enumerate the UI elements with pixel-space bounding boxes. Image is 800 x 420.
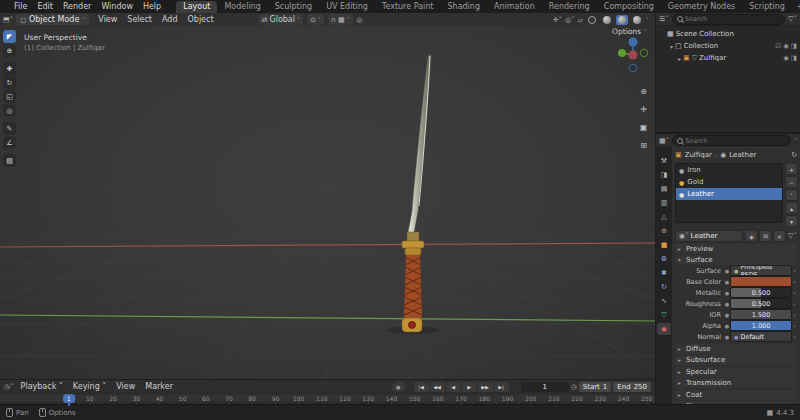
outliner-row[interactable]: ▾▢Collection☑◉◨ [656,40,800,52]
tab-animation[interactable]: Animation [487,1,542,13]
properties-tab-view-layer[interactable]: ▥ [657,197,671,209]
timeline-editor-icon[interactable]: ◷˅ [4,383,14,391]
tool-add-cube[interactable]: ▧ [3,154,16,167]
menu-file[interactable]: File [9,2,32,11]
gizmo-y-neg-axis[interactable] [640,49,647,56]
orientation-dropdown[interactable]: ⇄ Global ˅ [259,14,303,25]
tab-shading[interactable]: Shading [440,1,487,13]
section-preview[interactable]: ▸Preview [675,244,797,254]
navigation-gizmo[interactable] [615,34,651,78]
timeline-menu-marker[interactable]: Marker [140,382,178,391]
shading-wireframe-button[interactable] [586,15,598,25]
properties-tab-render[interactable]: ◨ [657,169,671,181]
section-transmission[interactable]: ▸Transmission [675,378,797,388]
properties-tab-scene[interactable]: △ [657,211,671,223]
properties-tab-physics[interactable]: ↻ [657,281,671,293]
tab-uv-editing[interactable]: UV Editing [319,1,375,13]
zoom-icon[interactable]: ⊕ [638,86,649,97]
outliner-search[interactable] [672,14,785,25]
frame-end-field[interactable]: End 250 [613,382,651,392]
select-normal[interactable]: ●Default [730,331,792,342]
remove-slot-button[interactable]: − [785,176,798,188]
current-frame-field[interactable]: 1 [521,382,569,392]
shading-rendered-button[interactable] [631,15,643,25]
jump-to-start-button[interactable]: |◀ [414,382,429,392]
section-subsurface[interactable]: ▸Subsurface [675,355,797,365]
tab-geometry-nodes[interactable]: Geometry Nodes [661,1,742,13]
overlays-dropdown-icon[interactable]: ◎˅ [565,16,575,24]
tab-modeling[interactable]: Modeling [217,1,267,13]
pan-hand-icon[interactable]: ✛ [638,104,649,115]
prev-keyframe-button[interactable]: ◀◀ [430,382,445,392]
section-surface[interactable]: ▾Surface [675,255,797,265]
timeline-menu-keying[interactable]: Keying ˅ [68,382,111,391]
tool-move[interactable]: ✚ [3,62,16,75]
properties-tab-tool[interactable]: ⚒ [657,155,671,167]
new-material-button[interactable]: ⧉ [759,230,772,242]
add-slot-button[interactable]: + [785,163,798,175]
tool-annotate[interactable]: ✎ [3,122,16,135]
slider-roughness[interactable]: 0.500 [730,298,792,309]
base-color-swatch[interactable] [730,276,792,287]
tab-compositing[interactable]: Compositing [597,1,661,13]
camera-view-icon[interactable]: ▣ [638,122,649,133]
camera-toggle-icon[interactable]: ◨ [791,42,797,50]
outliner-display-mode-icon[interactable]: ☰˅ [659,15,669,23]
section-diffuse[interactable]: ▸Diffuse [675,344,797,354]
tab-sculpting[interactable]: Sculpting [268,1,319,13]
breadcrumb-object[interactable]: Zulfiqar [685,151,712,159]
viewport-menu-add[interactable]: Add [157,15,183,24]
shading-options-chevron[interactable]: ˅ [646,16,649,23]
add-workspace-button[interactable]: + [792,2,800,11]
animate-dot-icon[interactable]: • [792,323,797,329]
playhead[interactable]: 1 [63,394,75,403]
properties-tab-particles[interactable]: ✱ [657,267,671,279]
outliner-row[interactable]: ▸▣▽Zulfiqar◉◨ [656,52,800,64]
tool-scale[interactable]: ◱ [3,90,16,103]
timeline-menu-playback[interactable]: Playback ˅ [16,382,68,391]
tab-layout[interactable]: Layout [176,1,217,13]
tool-measure[interactable]: ∠ [3,136,16,149]
tool-transform[interactable]: ◎ [3,104,16,117]
fake-user-button[interactable]: ◈ [745,230,758,242]
gizmo-x-axis[interactable] [629,51,638,60]
properties-tab-object-data[interactable]: ▽ [657,309,671,321]
tool-rotate[interactable]: ↻ [3,76,16,89]
3d-viewport[interactable]: User Perspective (1) Collection | Zulfiq… [0,26,655,379]
tab-texture-paint[interactable]: Texture Paint [375,1,441,13]
snap-dropdown[interactable]: ∩ ▦ ˅ [328,14,353,25]
pivot-dropdown[interactable]: ⊙ ˅ [307,14,324,25]
outliner-search-input[interactable] [685,15,780,23]
sync-icon[interactable]: ↻ [791,151,797,159]
viewport-menu-select[interactable]: Select [122,15,157,24]
checkbox-toggle-icon[interactable]: ☑ [775,42,781,50]
camera-toggle-icon[interactable]: ◨ [791,54,797,62]
material-slot-gold[interactable]: ●Gold [676,176,782,188]
menu-edit[interactable]: Edit [32,2,58,11]
gizmo-y-axis[interactable] [618,49,626,57]
properties-tab-material[interactable]: ◉ [657,323,671,335]
tab-rendering[interactable]: Rendering [542,1,597,13]
shading-solid-button[interactable] [601,15,613,25]
next-keyframe-button[interactable]: ▶▶ [478,382,493,392]
slider-metallic[interactable]: 0.500 [730,287,792,298]
auto-keying-record-button[interactable]: ● [391,382,406,392]
menu-window[interactable]: Window [96,2,138,11]
eye-toggle-icon[interactable]: ◉ [783,54,789,62]
properties-tab-world[interactable]: ⊕ [657,225,671,237]
slot-specials-dropdown[interactable]: ˅ [785,189,798,201]
keying-clock-icon[interactable]: ◷ [571,383,577,391]
animate-dot-icon[interactable]: • [792,301,797,307]
slider-alpha[interactable]: 1.000 [730,320,792,331]
menu-help[interactable]: Help [138,2,166,11]
disclosure-arrow-icon[interactable]: ▸ [676,55,683,62]
move-slot-up-button[interactable]: ▴ [785,202,798,214]
play-button[interactable]: ▶ [462,382,477,392]
material-slot-leather[interactable]: ●Leather [676,188,782,200]
mode-dropdown[interactable]: ◻ Object Mode ˅ [16,14,89,25]
disclosure-arrow-icon[interactable]: ▾ [668,43,675,50]
select-surface[interactable]: ●Principled BSDF [730,265,792,276]
tool-select-box[interactable]: ◤ [3,30,16,43]
animate-dot-icon[interactable]: • [792,279,797,285]
filter-funnel-icon[interactable]: ▽˅ [788,15,797,23]
